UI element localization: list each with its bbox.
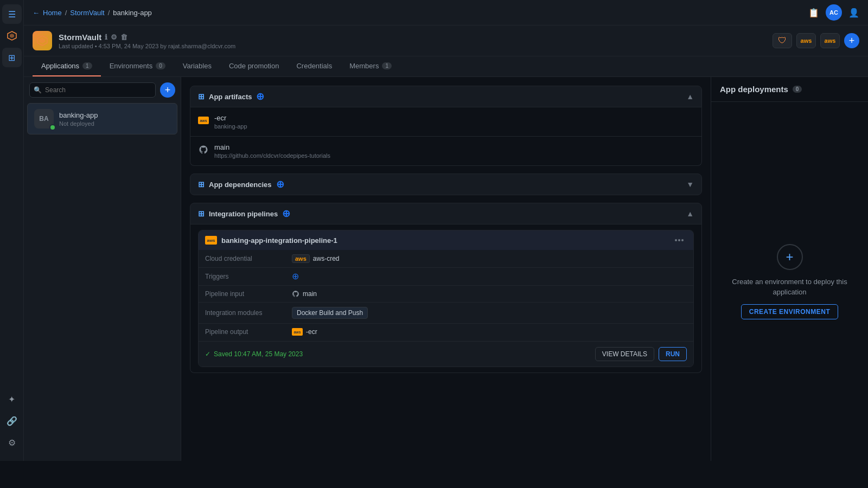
artifact-github-name: main xyxy=(214,143,330,151)
deployments-panel: App deployments 0 + Create an environmen… xyxy=(711,77,868,461)
app-name: banking-app xyxy=(59,111,170,119)
svg-marker-1 xyxy=(10,34,14,38)
deployments-header: App deployments 0 xyxy=(711,77,868,102)
icon-sidebar: ☰ ⊞ ✦ 🔗 ⚙ xyxy=(0,0,24,461)
pipeline-input-text: main xyxy=(303,290,317,298)
add-app-btn[interactable]: + xyxy=(160,82,175,98)
integration-modules-field: Integration modules Docker Build and Pus… xyxy=(199,303,693,324)
nav-tabs: Applications 1 Environments 0 Variables … xyxy=(24,56,868,77)
deps-header-left: ⊞ App dependencies ⊕ xyxy=(198,179,284,189)
sidebar-codepipes-btn[interactable] xyxy=(2,26,22,46)
add-dependency-btn[interactable]: ⊕ xyxy=(276,179,284,189)
user-profile-icon[interactable]: 👤 xyxy=(848,8,859,18)
pipeline-output-aws-icon: aws xyxy=(292,328,303,336)
tab-environments-badge: 0 xyxy=(156,62,165,69)
aws2-integration-badge[interactable]: aws xyxy=(820,33,840,48)
pipeline-saved-text: Saved 10:47 AM, 25 May 2023 xyxy=(214,350,303,358)
add-trigger-btn[interactable]: ⊕ xyxy=(292,272,299,281)
project-name-text: StormVault xyxy=(59,33,101,42)
deployments-body: + Create an environment to deploy this a… xyxy=(711,102,868,461)
integration-modules-label: Integration modules xyxy=(205,309,286,317)
deployments-badge: 0 xyxy=(793,86,802,93)
search-wrapper: 🔍 xyxy=(29,82,156,98)
sidebar-workflows-btn[interactable]: ✦ xyxy=(2,389,22,409)
add-artifact-btn[interactable]: ⊕ xyxy=(256,92,264,101)
aws-ecr-icon: aws xyxy=(198,115,209,126)
run-btn[interactable]: RUN xyxy=(659,347,687,361)
project-settings-icon[interactable]: ⚙ xyxy=(111,33,117,41)
triggers-label: Triggers xyxy=(205,273,286,280)
tab-variables[interactable]: Variables xyxy=(174,56,220,76)
tab-code-promotion[interactable]: Code promotion xyxy=(220,56,288,76)
notifications-icon[interactable]: 📋 xyxy=(808,8,819,18)
artifacts-collapse-icon[interactable]: ▲ xyxy=(686,92,694,101)
dot3 xyxy=(681,239,684,241)
breadcrumb-home[interactable]: Home xyxy=(43,9,62,17)
tab-credentials[interactable]: Credentials xyxy=(288,56,341,76)
pipeline-input-field: Pipeline input main xyxy=(199,286,693,303)
search-icon: 🔍 xyxy=(34,86,42,94)
view-details-btn[interactable]: VIEW DETAILS xyxy=(595,347,654,361)
aws1-icon: aws xyxy=(801,37,812,44)
breadcrumb-sep1: / xyxy=(65,9,67,17)
dot2 xyxy=(678,239,680,241)
list-item[interactable]: BA banking-app Not deployed xyxy=(27,103,177,134)
deploy-description: Create an environment to deploy this app… xyxy=(722,277,857,298)
breadcrumb: ← Home / StormVault / banking-app xyxy=(33,9,152,17)
tab-applications[interactable]: Applications 1 xyxy=(33,56,101,76)
pipelines-collapse-icon[interactable]: ▲ xyxy=(686,209,694,218)
deps-section-icon: ⊞ xyxy=(198,180,205,189)
sidebar-settings-btn[interactable]: ⚙ xyxy=(2,433,22,452)
integration-pipelines-header[interactable]: ⊞ Integration pipelines ⊕ ▲ xyxy=(190,203,702,224)
tab-applications-label: Applications xyxy=(41,62,79,70)
artifact-ecr-details: -ecr banking-app xyxy=(214,114,247,130)
detail-panel: ⊞ App artifacts ⊕ ▲ aws -ecr xyxy=(181,77,711,461)
pipeline-output-text: -ecr xyxy=(306,328,317,336)
back-arrow-icon[interactable]: ← xyxy=(33,9,40,17)
tab-environments[interactable]: Environments 0 xyxy=(101,56,174,76)
sidebar-apps-btn[interactable]: ⊞ xyxy=(2,48,22,67)
aws2-icon: aws xyxy=(825,37,836,44)
project-delete-icon[interactable]: 🗑 xyxy=(120,33,127,41)
sidebar-link-btn[interactable]: 🔗 xyxy=(2,411,22,431)
tab-members[interactable]: Members 1 xyxy=(341,56,400,76)
add-pipeline-btn[interactable]: ⊕ xyxy=(282,209,290,219)
codepipes-logo-icon xyxy=(7,30,17,41)
artifacts-section-icon: ⊞ xyxy=(198,92,205,101)
app-dependencies-header[interactable]: ⊞ App dependencies ⊕ ▼ xyxy=(190,174,702,195)
deps-collapse-icon[interactable]: ▼ xyxy=(686,180,694,189)
pipeline-card-body: Cloud credential aws aws-cred Triggers xyxy=(199,250,693,340)
github-logo-svg xyxy=(199,145,208,155)
integration-pipelines-body: aws banking-app-integration-pipeline-1 xyxy=(190,224,702,373)
tab-variables-label: Variables xyxy=(183,62,212,70)
github-icon xyxy=(198,144,209,155)
pipeline-saved-status: ✓ Saved 10:47 AM, 25 May 2023 xyxy=(205,350,303,358)
app-artifacts-header[interactable]: ⊞ App artifacts ⊕ ▲ xyxy=(190,86,702,107)
search-input[interactable] xyxy=(29,82,156,98)
aws-cred-icon: aws xyxy=(292,254,310,263)
app-info: banking-app Not deployed xyxy=(59,111,170,127)
project-info-icon[interactable]: ℹ xyxy=(105,33,107,41)
settings-icon: ⚙ xyxy=(8,438,16,448)
breadcrumb-org[interactable]: StormVault xyxy=(70,9,104,17)
pipeline-options-btn[interactable] xyxy=(672,238,687,242)
tab-members-badge: 1 xyxy=(382,62,392,69)
shield-integration-badge[interactable]: 🛡 xyxy=(773,33,792,48)
artifact-github-details: main https://github.com/cldcvr/codepipes… xyxy=(214,143,330,159)
sidebar-hamburger-btn[interactable]: ☰ xyxy=(2,4,22,24)
cloud-credential-value: aws aws-cred xyxy=(292,254,339,263)
link-icon: 🔗 xyxy=(7,416,17,426)
artifact-ecr-detail: banking-app xyxy=(214,123,247,130)
app-status: Not deployed xyxy=(59,120,170,127)
app-dependencies-section: ⊞ App dependencies ⊕ ▼ xyxy=(190,174,702,195)
create-deployment-btn[interactable]: + xyxy=(777,244,803,270)
add-integration-btn[interactable]: + xyxy=(844,33,859,48)
pipeline-output-value: aws -ecr xyxy=(292,328,317,336)
artifact-ecr-item: aws -ecr banking-app xyxy=(190,107,701,137)
aws1-integration-badge[interactable]: aws xyxy=(796,33,816,48)
user-avatar[interactable]: AC xyxy=(826,4,842,21)
pipeline-input-label: Pipeline input xyxy=(205,290,286,298)
create-environment-btn[interactable]: CREATE ENVIRONMENT xyxy=(741,304,838,319)
pipeline-footer: ✓ Saved 10:47 AM, 25 May 2023 VIEW DETAI… xyxy=(199,341,693,367)
app-list-panel: 🔍 + BA banking-app Not deployed xyxy=(24,77,181,461)
